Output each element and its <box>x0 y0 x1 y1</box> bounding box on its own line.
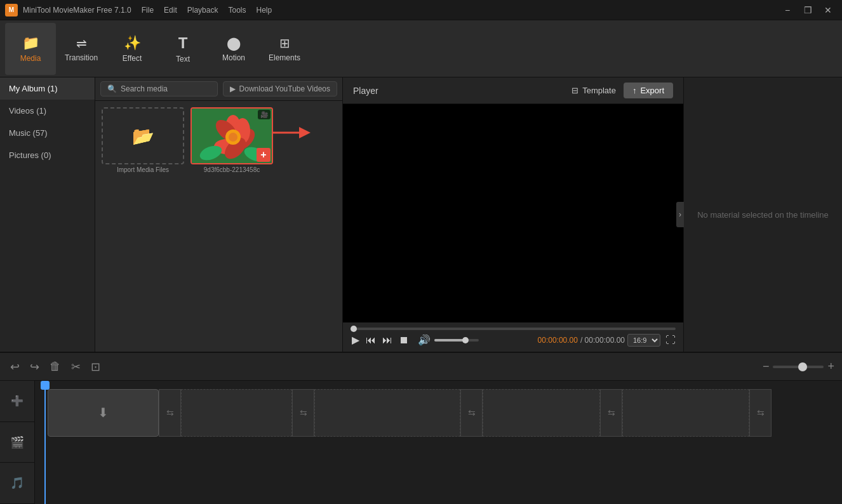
search-icon: 🔍 <box>107 84 117 93</box>
timeline-tools-right: − + <box>763 360 834 373</box>
time-display: 00:00:00.00 / 00:00:00.00 16:9 4:3 1:1 9… <box>538 334 676 347</box>
zoom-slider[interactable] <box>773 366 824 368</box>
sidebar-item-music[interactable]: Music (57) <box>0 122 95 144</box>
playhead-line <box>44 381 46 504</box>
import-media-button[interactable]: 📂 <box>102 107 184 164</box>
menu-file[interactable]: File <box>142 6 154 15</box>
toolbar-effect[interactable]: ✨ Effect <box>107 23 157 75</box>
youtube-download-button[interactable]: ▶ Download YouTube Videos <box>223 81 337 96</box>
motion-label: Motion <box>222 53 245 62</box>
volume-fill <box>434 339 464 342</box>
sidebar: My Album (1) Videos (1) Music (57) Pictu… <box>0 77 95 352</box>
video-track-label: 🎬 <box>0 422 34 463</box>
video-clip-main[interactable]: ⬇ <box>48 389 159 437</box>
controls-row: ▶ ⏮ ⏭ ⏹ 🔊 00:00:00.00 / 00:00:00.00 16:9 <box>351 334 676 347</box>
toolbar-motion[interactable]: ⬤ Motion <box>208 23 259 75</box>
transition-1[interactable]: ⇆ <box>159 389 181 437</box>
app-icon: M <box>5 4 18 17</box>
menu-edit[interactable]: Edit <box>164 6 177 15</box>
toolbar-text[interactable]: T Text <box>157 23 208 75</box>
add-media-button[interactable]: ➕ <box>0 381 34 422</box>
sidebar-item-videos[interactable]: Videos (1) <box>0 100 95 122</box>
fullscreen-button[interactable]: ⛶ <box>665 335 676 346</box>
play-button[interactable]: ▶ <box>351 334 361 347</box>
folder-icon: 📂 <box>132 126 154 147</box>
template-button[interactable]: ⊟ Template <box>571 86 616 95</box>
delete-button[interactable]: 🗑 <box>47 357 63 376</box>
zoom-handle[interactable] <box>798 362 807 371</box>
elements-icon: ⊞ <box>279 36 290 51</box>
empty-clip-4[interactable] <box>622 389 749 437</box>
playhead-head[interactable] <box>41 381 50 390</box>
collapse-panel-button[interactable]: › <box>676 202 684 227</box>
undo-button[interactable]: ↩ <box>8 357 22 376</box>
toolbar-media[interactable]: 📁 Media <box>5 23 56 75</box>
add-to-timeline-button[interactable]: + <box>257 148 271 162</box>
youtube-icon: ▶ <box>230 84 236 93</box>
empty-clip-2[interactable] <box>314 389 460 437</box>
restore-button[interactable]: ❒ <box>799 4 817 17</box>
zoom-in-button[interactable]: + <box>827 360 834 373</box>
menu-tools[interactable]: Tools <box>228 6 246 15</box>
menu-help[interactable]: Help <box>256 6 272 15</box>
svg-point-8 <box>229 133 237 142</box>
transition-icon: ⇌ <box>76 36 87 51</box>
volume-handle[interactable] <box>462 337 469 343</box>
yt-label: Download YouTube Videos <box>239 84 330 93</box>
menu-playback[interactable]: Playback <box>187 6 218 15</box>
go-end-button[interactable]: ⏭ <box>381 334 394 347</box>
search-media-button[interactable]: 🔍 Search media <box>100 81 218 96</box>
media-icon: 📁 <box>22 35 39 51</box>
transition-4[interactable]: ⇆ <box>600 389 622 437</box>
tracks-area: ⬇ ⇆ ⇆ ⇆ <box>35 381 842 504</box>
audio-track-label: 🎵 <box>0 463 34 504</box>
title-bar-left: M MiniTool MovieMaker Free 7.1.0 <box>5 4 131 17</box>
import-label: Import Media Files <box>102 166 184 173</box>
progress-bar[interactable] <box>351 328 676 330</box>
effect-icon: ✨ <box>124 35 141 51</box>
transition-2[interactable]: ⇆ <box>292 389 314 437</box>
cut-button[interactable]: ✂ <box>69 357 83 376</box>
video-camera-icon: 🎥 <box>260 111 268 118</box>
timeline-tracks: ➕ 🎬 🎵 ⬇ ⇆ ⇆ <box>0 381 842 504</box>
title-bar-menu: File Edit Playback Tools Help <box>131 6 779 15</box>
close-button[interactable]: ✕ <box>819 4 837 17</box>
export-button[interactable]: ↑ Export <box>624 83 673 98</box>
aspect-ratio-select[interactable]: 16:9 4:3 1:1 9:16 <box>627 334 660 347</box>
timeline-toolbar: ↩ ↪ 🗑 ✂ ⊡ − + <box>0 353 842 381</box>
app-title: MiniTool MovieMaker Free 7.1.0 <box>23 6 131 15</box>
progress-handle[interactable] <box>351 326 357 332</box>
zoom-controls: − + <box>763 360 834 373</box>
media-grid: 📂 Import Media Files <box>95 101 342 352</box>
no-material-text: No material selected on the timeline <box>685 197 841 232</box>
player-title: Player <box>353 86 378 96</box>
media-file-name: 9d3f6cbb-2213458c <box>190 166 273 173</box>
stop-button[interactable]: ⏹ <box>398 334 410 347</box>
redo-button[interactable]: ↪ <box>27 357 42 376</box>
timeline: ↩ ↪ 🗑 ✂ ⊡ − + ➕ 🎬 🎵 <box>0 352 842 504</box>
toolbar-elements[interactable]: ⊞ Elements <box>259 23 310 75</box>
export-label: Export <box>640 86 664 95</box>
main-content: My Album (1) Videos (1) Music (57) Pictu… <box>0 77 842 352</box>
minimize-button[interactable]: − <box>779 4 796 17</box>
empty-clip-3[interactable] <box>483 389 600 437</box>
toolbar-transition[interactable]: ⇌ Transition <box>56 23 107 75</box>
search-label: Search media <box>121 84 168 93</box>
transition-5[interactable]: ⇆ <box>749 389 772 437</box>
sidebar-item-album[interactable]: My Album (1) <box>0 77 95 100</box>
crop-button[interactable]: ⊡ <box>88 357 103 376</box>
timeline-tools-left: ↩ ↪ 🗑 ✂ ⊡ <box>8 357 103 376</box>
volume-button[interactable]: 🔊 <box>417 334 432 347</box>
zoom-out-button[interactable]: − <box>763 360 770 373</box>
progress-bar-row <box>351 328 676 330</box>
go-start-button[interactable]: ⏮ <box>364 334 377 347</box>
current-time: 00:00:00.00 <box>538 336 578 345</box>
empty-clip-1[interactable] <box>181 389 292 437</box>
sidebar-item-pictures[interactable]: Pictures (0) <box>0 144 95 166</box>
title-bar-controls: − ❒ ✕ <box>779 4 837 17</box>
media-thumbnail[interactable]: 🎥 + <box>190 107 273 164</box>
transition-3[interactable]: ⇆ <box>460 389 483 437</box>
elements-label: Elements <box>269 53 300 62</box>
volume-slider[interactable] <box>434 339 479 342</box>
transition-arrow-5: ⇆ <box>757 408 765 418</box>
